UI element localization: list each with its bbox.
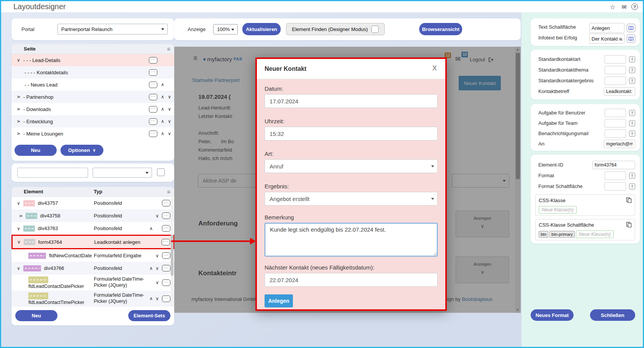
menu-icon[interactable]: ≡ bbox=[167, 188, 170, 195]
copy-icon[interactable] bbox=[626, 197, 632, 204]
format-schaltflaeche-input[interactable] bbox=[605, 182, 626, 191]
translation-book-button[interactable] bbox=[627, 24, 635, 32]
copy-icon[interactable] bbox=[626, 222, 632, 229]
css-class-tag[interactable]: btn-primary bbox=[549, 231, 575, 238]
element-row[interactable]: ∨ div43766 Positionsfeld ∧ ∨ ··· bbox=[11, 262, 174, 274]
element-id-input[interactable] bbox=[592, 161, 635, 169]
tree-row-lead-details[interactable]: ∨ - - - Lead-Details ··· bbox=[11, 54, 174, 66]
close-icon[interactable]: X bbox=[432, 64, 437, 72]
move-down-icon[interactable]: ∨ bbox=[155, 253, 159, 258]
warning-icon[interactable]: ! bbox=[629, 120, 635, 126]
element-row[interactable]: fldNewContactDate Formularfeld Eingabe ∨… bbox=[11, 249, 174, 262]
ellipsis-button[interactable]: ··· bbox=[149, 94, 157, 100]
ellipsis-button[interactable]: ··· bbox=[162, 279, 170, 286]
tree-options-button[interactable]: Optionen ∨ bbox=[60, 145, 103, 156]
warning-icon[interactable]: ! bbox=[629, 131, 635, 137]
ellipsis-button[interactable]: ··· bbox=[162, 296, 170, 302]
move-up-icon[interactable]: ∧ bbox=[149, 226, 153, 231]
ellipsis-button[interactable]: ··· bbox=[162, 200, 170, 206]
element-row[interactable]: ∨ div43763 Positionsfeld ∧ ··· bbox=[11, 222, 174, 235]
format-input[interactable] bbox=[605, 172, 626, 180]
uhrzeit-input[interactable] bbox=[265, 127, 438, 141]
warning-icon[interactable]: ! bbox=[629, 78, 635, 84]
chevron-right-icon[interactable]: ∨ bbox=[18, 214, 23, 217]
standardkontaktergebnis-input[interactable] bbox=[605, 77, 626, 85]
ellipsis-button[interactable]: ··· bbox=[149, 69, 157, 76]
ellipsis-button[interactable]: ··· bbox=[162, 225, 170, 232]
menu-icon[interactable]: ≡ bbox=[167, 46, 170, 52]
translation-book-button[interactable] bbox=[627, 34, 635, 43]
move-up-icon[interactable]: ∧ bbox=[149, 266, 153, 271]
element-row[interactable]: ∨ div43758 Positionsfeld ∨ ··· bbox=[11, 209, 174, 222]
chevron-down-icon[interactable]: ∨ bbox=[17, 58, 20, 62]
element-row-form43764-highlighted[interactable]: ∨ form43764 Leadkontakt anlegen ··· bbox=[11, 235, 174, 249]
tree-row-downloads[interactable]: ∨ - Downloads ··· ∧ ∨ bbox=[11, 103, 174, 115]
move-down-icon[interactable]: ∨ bbox=[168, 131, 171, 136]
move-up-icon[interactable]: ∧ bbox=[149, 296, 153, 301]
bemerkung-textarea[interactable]: Kunde legt sich endgültig bis 22.07.2024… bbox=[265, 223, 438, 257]
warning-icon[interactable]: ! bbox=[629, 56, 635, 62]
warning-icon[interactable]: ! bbox=[629, 110, 635, 116]
tree-row-entwicklung[interactable]: ∨ - Entwicklung ··· ∧ ∨ bbox=[11, 115, 174, 127]
tree-row-meine-loesungen[interactable]: ∨ - Meine Lösungen ··· ∧ ∨ bbox=[11, 127, 174, 140]
infotext-erfolg-input[interactable] bbox=[589, 34, 624, 44]
mail-icon[interactable]: ✉ bbox=[622, 3, 627, 11]
element-filter-select[interactable] bbox=[93, 168, 152, 178]
ellipsis-button[interactable]: ··· bbox=[162, 239, 170, 245]
ergebnis-select[interactable]: Angebot erstellt bbox=[265, 192, 438, 206]
anlegen-button[interactable]: Anlegen bbox=[265, 294, 293, 307]
move-down-icon[interactable]: ∨ bbox=[155, 266, 159, 271]
move-down-icon[interactable]: ∨ bbox=[155, 296, 159, 301]
warning-icon[interactable]: ! bbox=[629, 173, 635, 179]
warning-icon[interactable]: ! bbox=[629, 67, 635, 73]
an-input[interactable] bbox=[604, 140, 635, 148]
standardkontaktthema-input[interactable] bbox=[605, 66, 626, 74]
move-down-icon[interactable]: ∨ bbox=[168, 107, 171, 111]
star-icon[interactable]: ☆ bbox=[610, 3, 615, 11]
refresh-button[interactable]: Aktualisieren bbox=[242, 23, 281, 35]
chevron-right-icon[interactable]: ∨ bbox=[16, 120, 21, 123]
element-filter-checkbox[interactable] bbox=[157, 168, 165, 176]
chevron-right-icon[interactable]: ∨ bbox=[16, 132, 21, 136]
portal-select[interactable]: Partnerportal Relaunch bbox=[57, 24, 168, 34]
close-button[interactable]: Schließen bbox=[590, 309, 635, 321]
benachrichtigungsmail-input[interactable] bbox=[605, 129, 626, 138]
new-class-placeholder[interactable]: Neue Klasse(n) bbox=[539, 206, 577, 214]
element-list-scrollbar[interactable] bbox=[171, 198, 173, 306]
tree-row-partnershop[interactable]: ∨ - Partnershop ··· ∧ ∨ bbox=[11, 91, 174, 103]
element-row[interactable]: ∨ div43757 Positionsfeld ··· bbox=[11, 197, 174, 209]
tree-new-button[interactable]: Neu bbox=[15, 145, 57, 156]
css-class-tag[interactable]: btn bbox=[539, 231, 548, 238]
ellipsis-button[interactable]: ··· bbox=[149, 118, 157, 125]
move-down-icon[interactable]: ∨ bbox=[155, 280, 159, 285]
element-filter-input[interactable] bbox=[17, 168, 88, 178]
tree-row-neues-lead[interactable]: - - Neues Lead ··· ∧ bbox=[11, 78, 174, 91]
ellipsis-button[interactable]: ··· bbox=[149, 57, 157, 64]
move-up-icon[interactable]: ∧ bbox=[161, 82, 164, 87]
move-up-icon[interactable]: ∧ bbox=[161, 95, 164, 99]
ellipsis-button[interactable]: ··· bbox=[162, 265, 170, 271]
chevron-right-icon[interactable]: ∨ bbox=[16, 95, 21, 99]
text-schaltflaeche-input[interactable] bbox=[589, 23, 624, 33]
move-down-icon[interactable]: ∨ bbox=[155, 214, 159, 218]
zoom-select[interactable]: 100% bbox=[213, 24, 238, 34]
ellipsis-button[interactable]: ··· bbox=[149, 106, 157, 113]
move-down-icon[interactable]: ∨ bbox=[168, 119, 171, 124]
new-class-placeholder[interactable]: Neue Klasse(n) bbox=[576, 230, 614, 238]
find-element-toggle[interactable]: Element Finden (Designer Modus) bbox=[286, 23, 385, 35]
tree-row-kontaktdetails[interactable]: - - - - Kontaktdetails ··· bbox=[11, 66, 174, 78]
aufgabe-team-input[interactable] bbox=[605, 119, 626, 127]
chevron-down-icon[interactable]: ∨ bbox=[17, 201, 20, 206]
datum-input[interactable] bbox=[265, 94, 438, 108]
chevron-down-icon[interactable]: ∨ bbox=[17, 226, 20, 231]
element-row[interactable]: fldLeadContactDatePicker Formularfeld Da… bbox=[11, 274, 174, 291]
ellipsis-button[interactable]: ··· bbox=[162, 252, 170, 259]
ellipsis-button[interactable]: ··· bbox=[149, 131, 157, 137]
ellipsis-button[interactable]: ··· bbox=[149, 82, 157, 88]
browser-view-button[interactable]: Browseransicht bbox=[419, 23, 462, 35]
chevron-down-icon[interactable]: ∨ bbox=[17, 266, 20, 271]
standardkontaktart-input[interactable] bbox=[605, 55, 626, 64]
chevron-down-icon[interactable]: ∨ bbox=[17, 240, 21, 244]
aufgabe-benutzer-input[interactable] bbox=[605, 109, 626, 117]
ellipsis-button[interactable]: ··· bbox=[162, 212, 170, 219]
